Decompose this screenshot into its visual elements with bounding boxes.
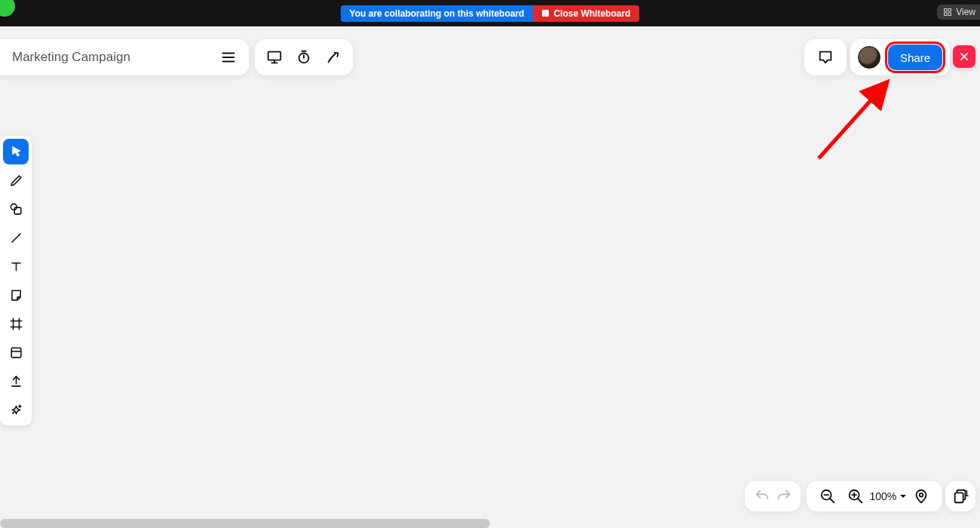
upload-icon [9, 374, 23, 388]
shape-tool[interactable] [3, 196, 29, 222]
pages-count-badge: 1 [964, 490, 969, 498]
timer-button[interactable] [290, 44, 317, 71]
zoom-in-icon [847, 488, 864, 505]
zoom-value-dropdown[interactable]: 100% [869, 490, 907, 502]
share-panel: Share [850, 39, 950, 75]
shapes-icon [9, 202, 23, 216]
select-tool[interactable] [3, 139, 29, 164]
comment-icon [817, 49, 834, 66]
chevron-down-icon [899, 493, 907, 500]
cursor-icon [9, 145, 23, 159]
pencil-icon [9, 173, 23, 188]
presentation-icon [266, 49, 283, 66]
board-menu-button[interactable] [216, 45, 241, 70]
svg-line-22 [830, 499, 835, 503]
zoom-out-button[interactable] [814, 483, 841, 510]
pages-panel: 1 [945, 481, 975, 511]
upload-tool[interactable] [3, 368, 29, 394]
status-indicator-icon [0, 0, 15, 17]
minimap-button[interactable] [908, 483, 935, 510]
grid-icon [943, 8, 952, 17]
laser-icon [325, 49, 341, 66]
horizontal-scrollbar[interactable] [0, 519, 490, 528]
map-pin-icon [913, 488, 929, 505]
text-tool[interactable] [3, 253, 29, 279]
pen-tool[interactable] [3, 167, 29, 193]
laser-button[interactable] [320, 44, 347, 71]
sparkle-icon [9, 403, 23, 417]
zoom-in-button[interactable] [842, 483, 869, 510]
zoom-out-icon [819, 488, 836, 505]
svg-rect-0 [945, 9, 948, 12]
redo-button[interactable] [773, 483, 795, 510]
present-panel [255, 39, 353, 75]
title-panel: Marketing Campaign [0, 39, 249, 75]
timer-icon [296, 49, 312, 66]
collaboration-banner: You are collaborating on this whiteboard [341, 5, 534, 22]
templates-tool[interactable] [3, 339, 29, 365]
svg-rect-19 [11, 348, 21, 358]
svg-point-28 [920, 493, 923, 497]
comments-button[interactable] [812, 44, 839, 71]
sticky-note-icon [9, 288, 23, 302]
close-icon [959, 51, 969, 62]
zoom-panel: 100% [807, 481, 942, 511]
svg-rect-1 [948, 9, 951, 12]
undo-icon [754, 488, 770, 505]
svg-line-11 [819, 84, 885, 158]
share-button[interactable]: Share [888, 45, 942, 70]
svg-line-25 [857, 499, 862, 503]
svg-line-14 [11, 233, 20, 241]
avatar[interactable] [858, 46, 880, 69]
annotation-arrow [813, 75, 896, 166]
comments-panel [804, 39, 847, 75]
svg-rect-2 [945, 13, 948, 16]
stop-icon [542, 10, 549, 17]
text-icon [9, 259, 23, 274]
view-label: View [956, 7, 975, 17]
hamburger-icon [220, 49, 237, 66]
board-title[interactable]: Marketing Campaign [12, 50, 130, 65]
pages-button[interactable]: 1 [947, 483, 974, 510]
close-panel-button[interactable] [953, 45, 975, 68]
svg-rect-12 [14, 207, 21, 214]
history-panel [745, 481, 801, 511]
app-topbar: You are collaborating on this whiteboard… [0, 0, 980, 26]
zoom-value-label: 100% [869, 490, 896, 502]
svg-rect-3 [948, 13, 951, 16]
svg-rect-7 [268, 52, 280, 60]
undo-button[interactable] [751, 483, 773, 510]
sticky-note-tool[interactable] [3, 282, 29, 308]
view-mode-button[interactable]: View [937, 5, 980, 20]
line-icon [9, 231, 23, 245]
toolbox [0, 136, 32, 425]
line-tool[interactable] [3, 225, 29, 250]
present-button[interactable] [261, 44, 288, 71]
redo-icon [776, 488, 792, 505]
close-whiteboard-label: Close Whiteboard [553, 8, 630, 19]
frame-tool[interactable] [3, 311, 29, 336]
more-apps-tool[interactable] [3, 397, 29, 422]
close-whiteboard-button[interactable]: Close Whiteboard [533, 5, 639, 22]
frame-icon [9, 317, 23, 331]
template-icon [9, 345, 23, 360]
svg-rect-30 [955, 493, 963, 502]
